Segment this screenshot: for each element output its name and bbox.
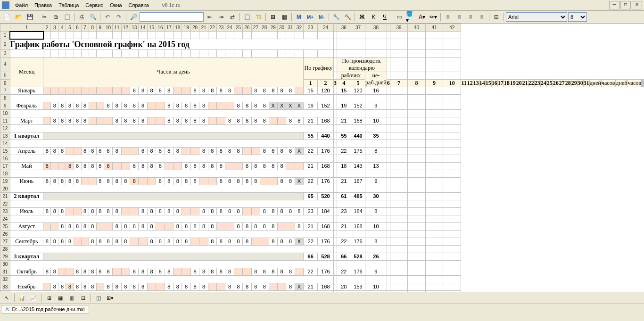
replace-icon[interactable]: ⇄	[227, 12, 238, 22]
italic-icon[interactable]: К	[368, 12, 379, 22]
fill-icon[interactable]: 🪣▾	[405, 12, 416, 22]
grid1-icon[interactable]: ▦	[56, 293, 65, 303]
view2-icon[interactable]: ⊞▾	[105, 293, 115, 303]
menu-file[interactable]: Файл	[12, 1, 31, 9]
menu-edit[interactable]: Правка	[32, 1, 55, 9]
print-icon[interactable]: 🖨	[76, 12, 87, 22]
footer-toolbar: ↖ 📊 📈 ⊞ ▦ ▥ ⊟ ◫ ⊞▾	[0, 292, 644, 304]
app-icon	[2, 1, 9, 9]
minimize-button[interactable]: ─	[609, 1, 619, 9]
preview-icon[interactable]: 🔍	[88, 12, 98, 22]
calc-icon[interactable]: ⊞	[268, 12, 278, 22]
merge-icon[interactable]: ⊟	[491, 12, 502, 22]
clipboard-icon[interactable]: 📋	[242, 12, 252, 22]
maximize-button[interactable]: □	[620, 1, 631, 9]
find-icon[interactable]: 🔎	[128, 12, 139, 22]
chart-icon[interactable]: 📊	[17, 293, 27, 303]
new-icon[interactable]: 📄	[2, 12, 12, 22]
align-left-icon[interactable]: ≡	[443, 12, 453, 22]
paste-icon[interactable]: 📋	[62, 12, 72, 22]
view1-icon[interactable]: ◫	[94, 293, 103, 303]
doc-icon: A⃣	[5, 306, 10, 312]
menu-table[interactable]: Таблица	[56, 1, 82, 9]
underline-icon[interactable]: Ч	[380, 12, 390, 22]
tool1-icon[interactable]: 🔧	[331, 12, 341, 22]
pivot-icon[interactable]: ⊞	[44, 293, 54, 303]
url-label: v8.1c.ru	[162, 2, 181, 8]
m-icon[interactable]: M	[294, 12, 304, 22]
document-tab[interactable]: A⃣ D:...\2015 год рабочие дни.mxl	[1, 305, 89, 313]
cursor-icon[interactable]: ↖	[2, 293, 11, 303]
toolbar-main: 📄 📂 💾 ✂ ⧉ 📋 🖨 🔍 ↶ ↷ 🔎 ⇤ ⇥ ⇄ 📋 ?⃝ ⊞ ▦ M M…	[0, 11, 644, 24]
find-prev-icon[interactable]: ⇤	[205, 12, 215, 22]
spreadsheet[interactable]: 1234567891011121314151617181920212223242…	[0, 24, 644, 292]
calendar-icon[interactable]: ▦	[279, 12, 289, 22]
open-icon[interactable]: 📂	[13, 12, 24, 22]
font-select[interactable]: Arial	[506, 12, 567, 22]
grid2-icon[interactable]: ▥	[67, 293, 76, 303]
save-icon[interactable]: 💾	[25, 12, 35, 22]
fontcolor-icon[interactable]: A▾	[417, 12, 427, 22]
find-input[interactable]	[140, 12, 204, 22]
align-center-icon[interactable]: ≡	[454, 12, 464, 22]
help-icon[interactable]: ?⃝	[253, 12, 264, 22]
redo-icon[interactable]: ↷	[114, 12, 124, 22]
m-plus-icon[interactable]: M+	[305, 12, 315, 22]
align-right-icon[interactable]: ≡	[465, 12, 476, 22]
bold-icon[interactable]: Ж	[357, 12, 367, 22]
align-justify-icon[interactable]: ≡	[477, 12, 487, 22]
highlight-icon[interactable]: ✏▾	[428, 12, 438, 22]
size-select[interactable]: 8	[568, 12, 587, 22]
menu-help[interactable]: Справка	[126, 1, 152, 9]
find-next-icon[interactable]: ⇥	[216, 12, 226, 22]
cut-icon[interactable]: ✂	[39, 12, 50, 22]
menu-windows[interactable]: Окна	[107, 1, 125, 9]
undo-icon[interactable]: ↶	[102, 12, 113, 22]
copy-icon[interactable]: ⧉	[50, 12, 61, 22]
grid3-icon[interactable]: ⊟	[78, 293, 88, 303]
tool2-icon[interactable]: 🔨	[342, 12, 353, 22]
border-icon[interactable]: ▭	[394, 12, 405, 22]
m-minus-icon[interactable]: M-	[316, 12, 327, 22]
menu-service[interactable]: Сервис	[83, 1, 106, 9]
chart2-icon[interactable]: 📈	[29, 293, 38, 303]
menubar: Файл Правка Таблица Сервис Окна Справка …	[0, 0, 644, 11]
close-button[interactable]: ✕	[632, 1, 642, 9]
